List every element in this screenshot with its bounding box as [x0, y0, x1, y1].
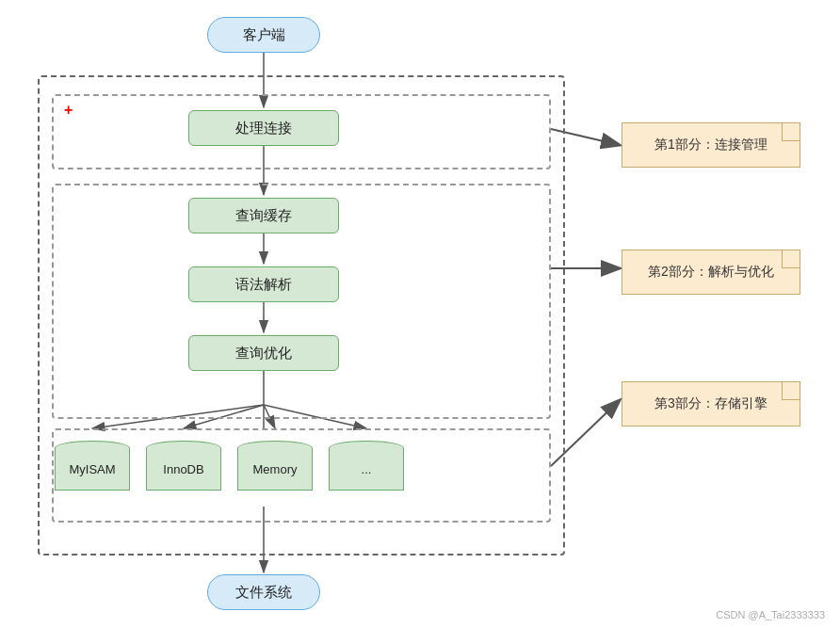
note-3-label: 第3部分：存储引擎: [654, 395, 767, 412]
memory-label: Memory: [253, 462, 298, 476]
cylinder-body-innodb: InnoDB: [146, 448, 221, 491]
cylinder-body-memory: Memory: [237, 448, 313, 491]
optimize-label: 查询优化: [235, 345, 292, 362]
innodb-label: InnoDB: [163, 462, 203, 476]
query-cache-label: 查询缓存: [235, 207, 292, 225]
plus-sign: +: [64, 102, 73, 119]
cylinder-body-myisam: MyISAM: [55, 448, 130, 491]
note-2: 第2部分：解析与优化: [622, 250, 800, 295]
node-query-cache: 查询缓存: [188, 198, 339, 233]
cylinder-dots: ...: [329, 441, 404, 498]
node-optimize: 查询优化: [188, 335, 339, 371]
cylinder-innodb: InnoDB: [146, 441, 221, 498]
node-handle-conn: 处理连接: [188, 110, 339, 146]
cylinder-myisam: MyISAM: [55, 441, 130, 498]
note-1: 第1部分：连接管理: [622, 122, 800, 168]
note-2-label: 第2部分：解析与优化: [648, 264, 774, 281]
note-3: 第3部分：存储引擎: [622, 381, 800, 427]
node-parse: 语法解析: [188, 266, 339, 302]
watermark-text: CSDN @A_Tai2333333: [716, 609, 825, 620]
client-label: 客户端: [243, 26, 285, 44]
node-client: 客户端: [207, 17, 320, 53]
note-1-label: 第1部分：连接管理: [654, 137, 767, 153]
watermark: CSDN @A_Tai2333333: [716, 609, 825, 620]
handle-conn-label: 处理连接: [235, 120, 292, 137]
myisam-label: MyISAM: [69, 462, 115, 476]
dots-label: ...: [362, 462, 372, 476]
cylinder-memory: Memory: [237, 441, 313, 498]
filesystem-label: 文件系统: [235, 584, 292, 602]
cylinder-body-dots: ...: [329, 448, 404, 491]
diagram-container: + 客户端 处理连接 查询缓存 语法解析 查询优化 MyISAM InnoDB …: [0, 0, 840, 628]
node-filesystem: 文件系统: [207, 574, 320, 610]
parse-label: 语法解析: [235, 276, 292, 294]
